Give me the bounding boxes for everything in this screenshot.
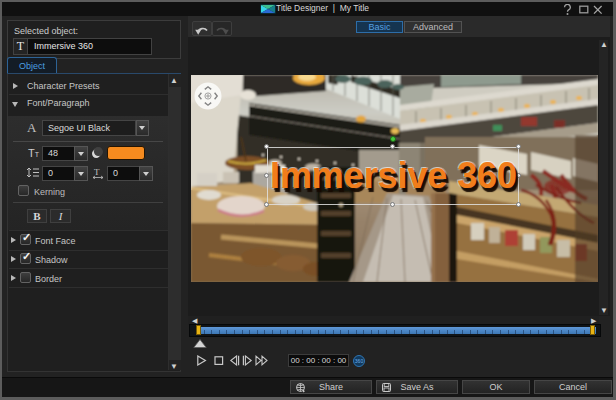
svg-text:T: T xyxy=(94,167,100,177)
